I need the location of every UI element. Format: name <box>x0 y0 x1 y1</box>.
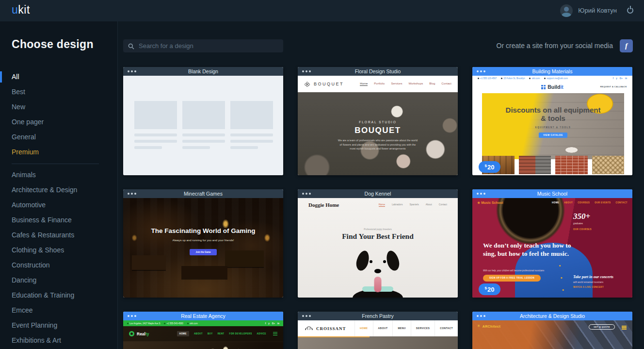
site-tagline: Professional puppy breeders <box>298 228 458 231</box>
filter-list: All Best New One pager General Premium A… <box>0 69 117 348</box>
card-building-materials[interactable]: Building Materials +1 555 123-4567 15 Fu… <box>472 67 632 175</box>
card-browser-bar: Building Materials <box>472 67 632 76</box>
placeholder-column <box>134 101 177 152</box>
site-nav: HomeLabradorsSpanielsAboutContact <box>379 203 447 207</box>
site-heading: BOUQUET <box>298 126 458 135</box>
price-badge: $20 <box>479 161 500 173</box>
site-logo: BOUQUET <box>314 82 344 86</box>
site-description: We are a team of professionals who are p… <box>338 138 418 151</box>
card-browser-bar: Music School <box>472 189 632 198</box>
phone-icon <box>164 323 165 324</box>
site-logo: Doggie Home <box>308 202 339 208</box>
card-title: Dog Kennel <box>298 189 458 198</box>
card-architecture-design-studio[interactable]: Architecture & Design Studio ✳ ARChitect… <box>472 312 632 349</box>
card-browser-bar: French Pastry <box>298 312 458 320</box>
card-browser-bar: Minecraft Games <box>123 189 283 198</box>
site-cta: GET A QUOTE <box>589 324 615 330</box>
sidebar-item-event-planning[interactable]: Event Planning <box>0 318 117 333</box>
social-prompt: Or create a site from your social media <box>497 39 613 52</box>
card-title: Building Materials <box>472 67 632 76</box>
card-preview: Los Angeles, 2427 Maple Ave S +1 555-543… <box>123 320 283 349</box>
sidebar-item-best[interactable]: Best <box>0 84 117 100</box>
card-preview: ✳ ARChitect GET A QUOTE <box>472 320 632 349</box>
thumb-wicker <box>592 156 625 174</box>
sidebar-item-exhibitions-art[interactable]: Exhibitions & Art <box>0 333 117 348</box>
buildit-logo-icon <box>541 85 546 89</box>
card-preview <box>123 76 283 175</box>
architect-logo-icon: ✳ <box>477 324 481 328</box>
card-preview: Doggie Home HomeLabradorsSpanielsAboutCo… <box>298 198 458 298</box>
sidebar-item-general[interactable]: General <box>0 130 117 145</box>
site-contact-strip: +1 555 123-4567 15 Fulton St, Brooklyn u… <box>472 76 632 81</box>
stat-link: OUR COURSES <box>573 228 592 231</box>
user-menu[interactable]: Юрий Ковтун <box>560 4 617 17</box>
card-title: Floral Design Studio <box>298 67 458 76</box>
hamburger-icon <box>622 326 627 327</box>
search-input[interactable] <box>123 39 283 52</box>
sidebar-item-one-pager[interactable]: One pager <box>0 115 117 130</box>
concert-heading: Take part in our concerts <box>573 275 613 279</box>
card-real-estate-agency[interactable]: Real Estate Agency Los Angeles, 2427 Map… <box>123 312 283 349</box>
card-blank-design[interactable]: Blank Design <box>123 67 283 175</box>
sidebar-item-premium[interactable]: Premium <box>0 145 117 160</box>
phone-icon <box>478 78 479 79</box>
thumb-bricks <box>555 156 588 174</box>
croissant-logo-icon <box>305 326 313 331</box>
dog-photo <box>351 248 404 298</box>
sidebar-item-cafes-restaurants[interactable]: Cafes & Restaurants <box>0 228 117 243</box>
topbar: ukit Юрий Ковтун <box>0 0 644 21</box>
sidebar: Choose design All Best New One pager Gen… <box>0 21 118 349</box>
site-nav: HOMEABOUTMENUSERVICESCONTACT <box>354 320 458 336</box>
concert-link: WATCH A LIVE CONCERT <box>573 286 613 288</box>
card-browser-bar: Floral Design Studio <box>298 67 458 76</box>
sidebar-item-all[interactable]: All <box>0 69 117 84</box>
sidebar-item-construction[interactable]: Construction <box>0 258 117 273</box>
stat-label: graduates <box>573 222 592 225</box>
card-dog-kennel[interactable]: Dog Kennel Doggie Home HomeLabradorsSpan… <box>298 189 458 298</box>
card-preview: BOUQUET HomePortfolioServicesWorkshopsBl… <box>298 76 458 175</box>
site-cta: Join the Game <box>190 249 216 255</box>
card-floral-design-studio[interactable]: Floral Design Studio BOUQUET HomePortfol… <box>298 67 458 175</box>
accent-underline <box>298 336 370 337</box>
sidebar-item-animals[interactable]: Animals <box>0 167 117 183</box>
sidebar-item-clothing-shoes[interactable]: Clothing & Shoes <box>0 243 117 258</box>
price-badge: $20 <box>479 283 500 295</box>
sidebar-item-automotive[interactable]: Automotive <box>0 198 117 213</box>
sidebar-item-business-finance[interactable]: Business & Finance <box>0 213 117 228</box>
globe-icon <box>187 323 189 324</box>
avatar <box>560 4 573 17</box>
placeholder-column <box>182 101 225 152</box>
card-title: Architecture & Design Studio <box>472 312 632 320</box>
card-minecraft-games[interactable]: Minecraft Games The Fascinating World of… <box>123 189 283 298</box>
card-preview: ★ Music School HOMEABOUTCOURSESOUR EVENT… <box>472 198 632 298</box>
sidebar-item-dancing[interactable]: Dancing <box>0 273 117 288</box>
sidebar-item-education-training[interactable]: Education & Training <box>0 288 117 303</box>
user-name: Юрий Ковтун <box>578 4 617 17</box>
card-browser-bar: Dog Kennel <box>298 189 458 198</box>
social-icons: fyG+in <box>265 322 279 325</box>
site-logo: ★ Music School <box>477 201 503 205</box>
site-cta: VIEW CATALOG <box>539 133 567 138</box>
site-logo: ARChitect <box>483 325 500 328</box>
card-title: French Pastry <box>298 312 458 320</box>
logout-power-icon[interactable] <box>627 7 633 14</box>
main-content: Or create a site from your social media … <box>118 21 644 349</box>
card-french-pastry[interactable]: French Pastry CROISSANT HOMEABOUTMENUSER… <box>298 312 458 349</box>
location-icon <box>127 323 129 324</box>
site-logo: Real <box>137 332 145 336</box>
logo-accent: u <box>12 3 18 16</box>
sidebar-item-architecture-design[interactable]: Architecture & Design <box>0 183 117 198</box>
site-subheading: EQUIPMENT & TOOLS <box>502 126 604 129</box>
sidebar-item-emcee[interactable]: Emcee <box>0 303 117 318</box>
sidebar-item-new[interactable]: New <box>0 100 117 115</box>
card-title: Music School <box>472 189 632 198</box>
card-preview: The Fascinating World of Gaming Always u… <box>123 198 283 298</box>
flower-logo-icon <box>304 81 310 87</box>
page-title: Choose design <box>12 38 117 51</box>
card-music-school[interactable]: Music School ★ Music School HOMEABOUTCOU… <box>472 189 632 298</box>
ukit-logo[interactable]: ukit <box>12 3 30 17</box>
card-preview: +1 555 123-4567 15 Fulton St, Brooklyn u… <box>472 76 632 175</box>
facebook-button[interactable]: f <box>620 39 633 52</box>
site-contact-strip: Los Angeles, 2427 Maple Ave S +1 555-543… <box>123 320 283 326</box>
site-nav: HomePortfolioServicesWorkshopsBlogContac… <box>360 82 451 86</box>
